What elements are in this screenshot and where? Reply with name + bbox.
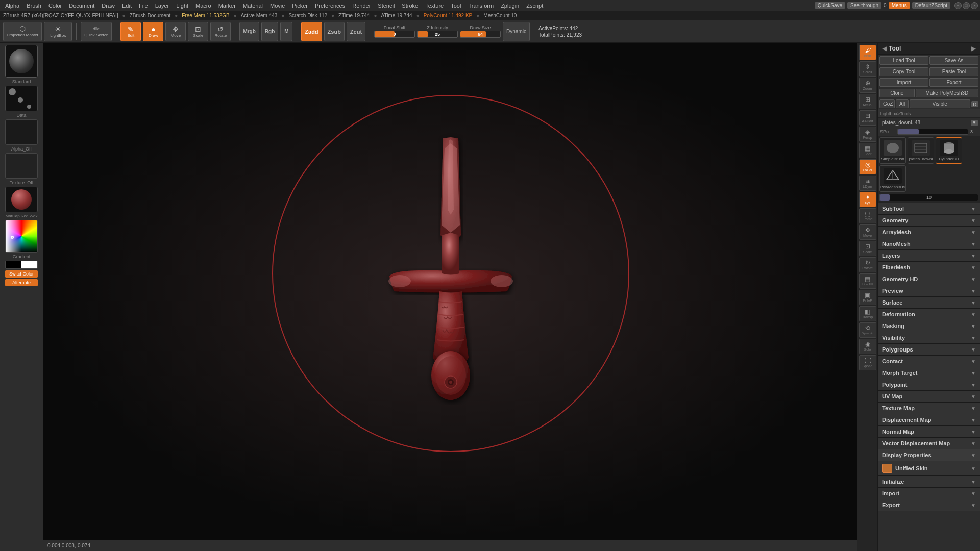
visibility-header[interactable]: Visibility ▼ [878,332,980,343]
zadd-btn[interactable]: Zadd [301,22,322,41]
z-intensity-slider[interactable]: 25 [417,31,458,38]
menu-tool[interactable]: Tool [448,2,464,10]
initialize-header[interactable]: Initialize ▼ [878,476,980,487]
layers-header[interactable]: Layers ▼ [878,250,980,261]
menu-movie[interactable]: Movie [267,2,288,10]
menu-material[interactable]: Material [240,2,266,10]
menu-marker[interactable]: Marker [215,2,239,10]
zoom-icon-btn[interactable]: ⊕ Zoom [859,78,876,93]
morph-target-header[interactable]: Morph Target ▼ [878,367,980,379]
plates-r-badge[interactable]: R [971,120,978,126]
save-as-btn[interactable]: Save As [929,56,978,65]
normalmap-header[interactable]: Normal Map ▼ [878,426,980,437]
transp-icon-btn[interactable]: ◧ Transp [859,306,876,321]
win-maximize[interactable]: □ [963,2,970,9]
scale-icon-btn[interactable]: ⊡ Scale [859,241,876,256]
zcut-btn[interactable]: Zcut [347,22,365,41]
export-btn[interactable]: Export [929,78,978,87]
menus-btn[interactable]: Menus [889,2,910,9]
visible-btn[interactable]: Visible [910,99,970,108]
fibermesh-header[interactable]: FiberMesh ▼ [878,262,980,273]
xyz-icon-btn[interactable]: ✦ Xyz [859,192,876,207]
gradient-bar[interactable] [5,261,38,269]
scroll-icon-btn[interactable]: ⇕ Scroll [859,61,876,77]
import-bottom-header[interactable]: Import ▼ [878,488,980,499]
menu-layer[interactable]: Layer [152,2,173,10]
simple-brush-thumb[interactable]: SimpleBrush [879,137,906,164]
menu-file[interactable]: File [136,2,151,10]
brush-preview[interactable] [5,45,38,78]
unifiedskin-header[interactable]: Unified Skin ▼ [878,461,980,475]
r-badge-btn[interactable]: R [971,101,979,107]
menu-zscript[interactable]: Zscript [523,2,546,10]
texture-preview[interactable] [5,153,38,179]
alternate-btn[interactable]: Alternate [5,279,38,286]
texturemap-header[interactable]: Texture Map ▼ [878,403,980,414]
geometry-header[interactable]: Geometry ▼ [878,215,980,226]
polyf-icon-btn[interactable]: ▣ PolyF [859,290,876,305]
menu-brush[interactable]: Brush [23,2,44,10]
displayproperties-header[interactable]: Display Properties ▼ [878,449,980,461]
menu-preferences[interactable]: Preferences [312,2,348,10]
rotate-icon-btn[interactable]: ↻ Rotate [859,257,876,272]
linefill-icon-btn[interactable]: ▤ Line Fill [859,273,876,289]
menu-document[interactable]: Document [66,2,97,10]
uvmap-header[interactable]: UV Map ▼ [878,391,980,402]
menu-draw[interactable]: Draw [99,2,118,10]
rotate-btn[interactable]: ↺ Rotate [210,22,231,41]
surface-header[interactable]: Surface ▼ [878,297,980,308]
menu-zplugin[interactable]: Zplugin [498,2,522,10]
menu-render[interactable]: Render [349,2,374,10]
menu-edit[interactable]: Edit [119,2,135,10]
deformation-header[interactable]: Deformation ▼ [878,309,980,320]
menu-alpha[interactable]: Alpha [2,2,22,10]
matcap-preview[interactable] [5,187,38,212]
panel-collapse-btn[interactable]: ◀ [882,45,887,52]
menu-picker[interactable]: Picker [289,2,311,10]
goz-btn[interactable]: GoZ [879,99,895,108]
default-zscript-btn[interactable]: DefaultZScript [912,2,950,9]
displacementmap-header[interactable]: Displacement Map ▼ [878,414,980,425]
color-picker[interactable] [5,220,38,253]
menu-stroke[interactable]: Stroke [399,2,421,10]
lightbox-btn[interactable]: ☀ LightBox [44,22,72,41]
tool-value-slider[interactable]: 10 [879,194,978,201]
move-btn[interactable]: ✥ Move [165,22,186,41]
frame-icon-btn[interactable]: ⬚ Frame [859,208,876,223]
quicksave-btn[interactable]: QuickSave [815,2,845,9]
menu-macro[interactable]: Macro [192,2,214,10]
nanomesh-header[interactable]: NanoMesh ▼ [878,238,980,249]
floor-icon-btn[interactable]: ▦ Floor [859,143,876,158]
copy-tool-btn[interactable]: Copy Tool [879,67,928,76]
plates-thumb[interactable]: plates_downl [908,137,934,164]
polypaint-header[interactable]: Polypaint ▼ [878,379,980,390]
subtool-header[interactable]: SubTool ▼ [878,203,980,214]
edit-btn[interactable]: ✎ Edit [120,22,141,41]
alpha-preview[interactable] [5,119,38,145]
cylinder3d-thumb[interactable]: Cylinder3D [936,137,962,164]
quick-sketch-btn[interactable]: ✏ Quick Sketch [81,22,112,41]
projection-master-btn[interactable]: ⬡ Projection Master [3,22,42,41]
contact-header[interactable]: Contact ▼ [878,356,980,367]
dynamic-icon-btn[interactable]: ⟲ Dynamic [859,322,876,338]
spose-icon-btn[interactable]: ⛶ Spose [859,355,876,370]
clone-btn[interactable]: Clone [879,89,915,97]
draw-size-slider[interactable]: 64 [460,31,501,38]
m-btn[interactable]: M [280,22,292,41]
persp-icon-btn[interactable]: ◈ Persp [859,127,876,142]
load-tool-btn[interactable]: Load Tool [879,56,928,65]
stroke-preview[interactable] [5,86,38,111]
make-poly-btn[interactable]: Make PolyMesh3D [916,89,978,97]
switch-color-btn[interactable]: SwitchColor [5,270,38,278]
dynamic-btn[interactable]: Dynamic [503,22,530,41]
polymesh3d-thumb[interactable]: PolyMesh3D9 [879,165,906,192]
menu-light[interactable]: Light [173,2,191,10]
zsub-btn[interactable]: Zsub [324,22,345,41]
import-btn[interactable]: Import [879,78,928,87]
ldym-icon-btn[interactable]: ≋ LDym [859,176,876,191]
canvas-area[interactable] [43,43,857,540]
scale-btn[interactable]: ⊡ Scale [188,22,208,41]
solo-icon-btn[interactable]: ◉ Solo [859,339,876,354]
paste-tool-btn[interactable]: Paste Tool [929,67,978,76]
mrgb-btn[interactable]: Mrgb [239,22,259,41]
